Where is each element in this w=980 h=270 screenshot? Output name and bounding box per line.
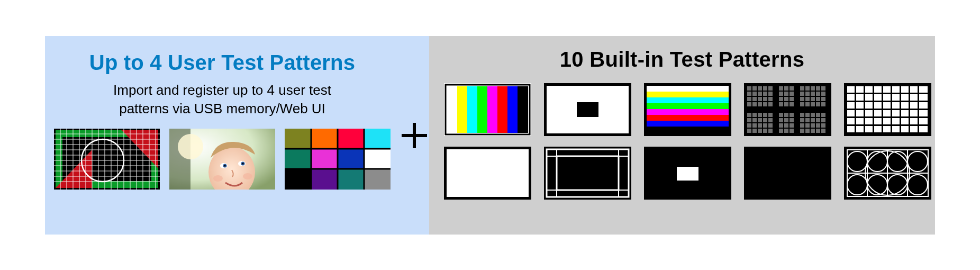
- svg-rect-189: [805, 118, 810, 122]
- svg-rect-250: [892, 102, 900, 109]
- black-white-rect-tile: [644, 147, 731, 200]
- svg-rect-230: [874, 86, 882, 93]
- svg-rect-114: [805, 92, 810, 96]
- svg-rect-56: [364, 169, 391, 190]
- svg-rect-63: [402, 134, 427, 137]
- svg-rect-110: [784, 92, 788, 96]
- svg-rect-98: [800, 86, 804, 91]
- svg-rect-248: [874, 102, 882, 109]
- svg-rect-268: [892, 118, 900, 124]
- svg-rect-260: [901, 110, 909, 116]
- svg-rect-254: [847, 110, 855, 116]
- plus-separator: [400, 36, 429, 235]
- svg-rect-176: [816, 113, 820, 117]
- svg-rect-102: [821, 86, 825, 91]
- svg-point-42: [213, 175, 223, 182]
- svg-rect-240: [883, 94, 891, 101]
- svg-rect-106: [763, 92, 767, 96]
- svg-rect-128: [800, 97, 804, 101]
- black-white-rect-icon: [644, 147, 731, 200]
- svg-rect-51: [338, 149, 364, 169]
- svg-rect-68: [467, 86, 477, 133]
- svg-rect-238: [865, 94, 873, 101]
- svg-rect-291: [677, 167, 698, 181]
- svg-rect-205: [811, 123, 815, 128]
- svg-rect-134: [752, 102, 757, 106]
- svg-rect-163: [747, 113, 751, 117]
- svg-rect-121: [763, 97, 767, 101]
- svg-rect-190: [811, 118, 815, 122]
- svg-rect-191: [816, 118, 820, 122]
- svg-rect-167: [768, 113, 773, 117]
- svg-rect-80: [647, 97, 729, 103]
- svg-rect-214: [779, 129, 783, 133]
- photo-thumbnail-icon: [169, 129, 275, 190]
- svg-rect-67: [457, 86, 467, 133]
- svg-rect-100: [811, 86, 815, 91]
- svg-rect-225: [747, 107, 828, 112]
- svg-rect-173: [800, 113, 804, 117]
- svg-rect-276: [883, 126, 891, 132]
- svg-rect-274: [865, 126, 873, 132]
- svg-rect-88: [747, 86, 751, 91]
- svg-rect-267: [883, 118, 891, 124]
- svg-rect-69: [477, 86, 487, 133]
- hatch-circles-icon: [844, 147, 931, 200]
- svg-point-41: [242, 163, 243, 165]
- horizontal-color-bars-tile: [644, 83, 731, 136]
- svg-rect-119: [752, 97, 757, 101]
- full-black-icon: [744, 147, 831, 200]
- svg-rect-263: [847, 118, 855, 124]
- svg-rect-165: [758, 113, 762, 117]
- svg-rect-101: [816, 86, 820, 91]
- svg-rect-221: [816, 129, 820, 133]
- svg-rect-216: [790, 129, 794, 133]
- color-chart-thumbnail-icon: [285, 129, 391, 190]
- svg-rect-200: [784, 123, 788, 128]
- svg-rect-179: [752, 118, 757, 122]
- svg-point-34: [178, 134, 203, 159]
- svg-rect-180: [758, 118, 762, 122]
- checker-fine-tile: [744, 83, 831, 136]
- svg-rect-166: [763, 113, 767, 117]
- full-white-icon: [444, 147, 531, 200]
- full-white-tile: [444, 147, 531, 200]
- svg-rect-271: [919, 118, 928, 124]
- svg-rect-85: [647, 127, 729, 133]
- svg-rect-124: [779, 97, 783, 101]
- svg-rect-211: [763, 129, 767, 133]
- svg-rect-233: [901, 86, 909, 93]
- svg-rect-91: [763, 86, 767, 91]
- svg-rect-116: [816, 92, 820, 96]
- white-black-rect-icon: [544, 83, 631, 136]
- full-black-tile: [744, 147, 831, 200]
- svg-rect-229: [865, 86, 873, 93]
- svg-rect-208: [747, 129, 751, 133]
- svg-rect-50: [311, 149, 338, 169]
- svg-rect-273: [856, 126, 864, 132]
- checker-coarse-tile: [844, 83, 931, 136]
- svg-rect-235: [919, 86, 928, 93]
- svg-rect-259: [892, 110, 900, 116]
- svg-rect-115: [811, 92, 815, 96]
- svg-rect-241: [892, 94, 900, 101]
- svg-rect-48: [364, 129, 391, 149]
- hatch-circles-tile: [844, 147, 931, 200]
- svg-rect-177: [821, 113, 825, 117]
- svg-rect-96: [790, 86, 794, 91]
- svg-rect-136: [763, 102, 767, 106]
- svg-rect-195: [758, 123, 762, 128]
- svg-rect-170: [784, 113, 788, 117]
- svg-rect-280: [919, 126, 928, 132]
- svg-rect-125: [784, 97, 788, 101]
- svg-rect-46: [311, 129, 338, 149]
- svg-rect-73: [518, 86, 528, 133]
- user-patterns-title: Up to 4 User Test Patterns: [89, 51, 355, 75]
- svg-rect-52: [364, 149, 391, 169]
- svg-rect-113: [800, 92, 804, 96]
- safe-area-outline-icon: [544, 147, 631, 200]
- svg-rect-269: [901, 118, 909, 124]
- svg-rect-207: [821, 123, 825, 128]
- svg-rect-82: [647, 109, 729, 115]
- svg-rect-72: [507, 86, 518, 133]
